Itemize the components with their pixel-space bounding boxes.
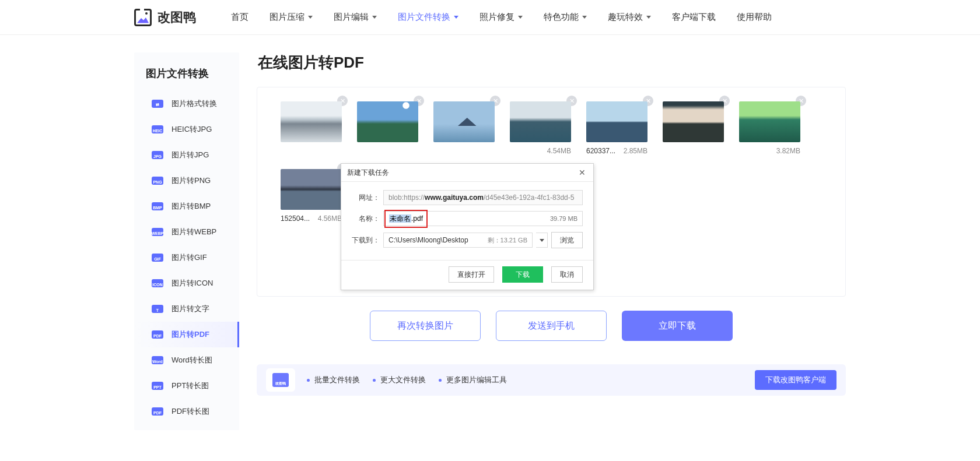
thumbnail-meta: 4.54MB [510, 147, 571, 155]
thumbnail-image[interactable] [510, 101, 571, 142]
download-client-button[interactable]: 下载改图鸭客户端 [755, 370, 836, 390]
dot-icon [373, 379, 376, 382]
promo-feature: 更大文件转换 [373, 375, 426, 385]
download-dialog: 新建下载任务 ✕ 网址： blob:https://www.gaituya.co… [341, 163, 594, 290]
sidebar-item-label: 图片格式转换 [172, 98, 217, 109]
download-now-button[interactable]: 立即下载 [622, 311, 733, 341]
sidebar-item-label: 图片转PNG [172, 175, 211, 186]
brand-logo[interactable]: 改图鸭 [134, 9, 196, 26]
thumbnail-meta: 152504...4.56MB [281, 214, 342, 223]
sidebar-item-label: 图片转WEBP [172, 227, 216, 237]
thumbnail-meta: 620337...2.85MB [586, 147, 648, 155]
chevron-down-icon [454, 16, 459, 19]
nav-item-1[interactable]: 图片压缩 [270, 12, 313, 23]
sidebar-icon [152, 356, 163, 364]
dest-label: 下载到： [352, 235, 380, 245]
thumbnail-image[interactable] [433, 101, 495, 142]
nav-item-8[interactable]: 使用帮助 [737, 12, 772, 23]
nav-item-4[interactable]: 照片修复 [480, 12, 523, 23]
url-field[interactable]: blob:https://www.gaituya.com/d45e43e6-19… [383, 190, 583, 205]
thumbnail-image[interactable] [739, 101, 800, 142]
sidebar-item-3[interactable]: 图片转PNG [134, 168, 239, 193]
sidebar-item-6[interactable]: 图片转GIF [134, 245, 239, 270]
sidebar-item-8[interactable]: 图片转文字 [134, 296, 239, 322]
thumbnail: ✕152504...4.56MB [281, 169, 342, 223]
sidebar-item-label: 图片转文字 [172, 304, 209, 314]
thumbnail: ✕ [281, 101, 342, 155]
sidebar-item-9[interactable]: 图片转PDF [134, 322, 239, 347]
dest-path-field[interactable]: C:\Users\Mloong\Desktop 剩：13.21 GB [383, 233, 533, 248]
nav-item-7[interactable]: 客户端下载 [672, 12, 716, 23]
sidebar-item-label: 图片转PDF [172, 329, 209, 340]
sidebar-item-label: Word转长图 [172, 355, 212, 365]
thumbnail-image[interactable] [586, 101, 648, 142]
sidebar-item-7[interactable]: 图片转ICON [134, 270, 239, 296]
disk-remaining: 剩：13.21 GB [488, 236, 527, 245]
thumbnail-image[interactable] [281, 101, 342, 142]
send-to-phone-button[interactable]: 发送到手机 [496, 311, 607, 341]
dialog-cancel-button[interactable]: 取消 [551, 266, 583, 283]
sidebar-icon [152, 202, 163, 210]
sidebar-icon [152, 330, 163, 339]
sidebar-icon [152, 228, 163, 236]
sidebar-icon [152, 407, 163, 416]
logo-icon [134, 9, 152, 26]
sidebar-item-5[interactable]: 图片转WEBP [134, 219, 239, 245]
sidebar-item-11[interactable]: PPT转长图 [134, 373, 239, 399]
sidebar-item-label: 图片转BMP [172, 201, 211, 212]
sidebar-item-12[interactable]: PDF转长图 [134, 399, 239, 424]
dialog-title: 新建下载任务 [347, 168, 389, 178]
sidebar-item-1[interactable]: HEIC转JPG [134, 117, 239, 142]
sidebar-icon [152, 382, 163, 390]
sidebar-item-label: 图片转ICON [172, 278, 214, 288]
filesize-label: 39.79 MB [550, 215, 578, 222]
thumbnail-image[interactable] [357, 101, 418, 142]
sidebar-item-2[interactable]: 图片转JPG [134, 142, 239, 168]
nav-item-0[interactable]: 首页 [231, 12, 249, 23]
nav-item-6[interactable]: 趣玩特效 [608, 12, 651, 23]
convert-again-button[interactable]: 再次转换图片 [370, 311, 481, 341]
chevron-down-icon [582, 16, 587, 19]
sidebar: 图片文件转换 图片格式转换HEIC转JPG图片转JPG图片转PNG图片转BMP图… [134, 52, 239, 430]
sidebar-item-0[interactable]: 图片格式转换 [134, 91, 239, 117]
sidebar-icon [152, 125, 163, 133]
nav-item-2[interactable]: 图片编辑 [334, 12, 377, 23]
dialog-download-button[interactable]: 下载 [502, 266, 543, 283]
dialog-close-icon[interactable]: ✕ [577, 167, 587, 178]
sidebar-item-4[interactable]: 图片转BMP [134, 193, 239, 219]
name-label: 名称： [352, 214, 380, 224]
page-title: 在线图片转PDF [258, 52, 846, 73]
chevron-down-icon [372, 16, 377, 19]
open-directly-button[interactable]: 直接打开 [449, 266, 494, 283]
dest-path: C:\Users\Mloong\Desktop [388, 236, 468, 244]
sidebar-title: 图片文件转换 [134, 64, 239, 91]
dest-dropdown-button[interactable] [536, 233, 548, 248]
thumbnail-image[interactable] [663, 101, 724, 142]
thumbnail-meta: 3.82MB [739, 147, 800, 155]
brand-name: 改图鸭 [158, 9, 196, 26]
filename-stem: 未命名 [389, 214, 411, 223]
chevron-down-icon [646, 16, 651, 19]
browse-button[interactable]: 浏览 [551, 232, 583, 248]
chevron-down-icon [540, 239, 544, 242]
sidebar-item-label: 图片转GIF [172, 252, 207, 263]
dot-icon [439, 379, 442, 382]
sidebar-item-label: 图片转JPG [172, 150, 209, 160]
thumbnail: ✕ [663, 101, 724, 155]
chevron-down-icon [518, 16, 523, 19]
sidebar-item-10[interactable]: Word转长图 [134, 347, 239, 373]
filename-field[interactable]: 未命名.pdf 39.79 MB [383, 211, 583, 226]
sidebar-item-label: HEIC转JPG [172, 124, 212, 135]
thumbnail-image[interactable] [281, 169, 342, 210]
filename-highlight-box: 未命名.pdf [384, 210, 428, 228]
thumbnail: ✕4.54MB [510, 101, 571, 155]
filename-ext: .pdf [411, 214, 423, 223]
thumbnail: ✕ [433, 101, 495, 155]
nav-item-3[interactable]: 图片文件转换 [398, 12, 459, 23]
sidebar-item-label: PPT转长图 [172, 381, 209, 391]
promo-feature: 批量文件转换 [307, 375, 360, 385]
url-label: 网址： [352, 193, 380, 203]
nav-item-5[interactable]: 特色功能 [544, 12, 587, 23]
sidebar-icon [152, 177, 163, 185]
promo-feature: 更多图片编辑工具 [439, 375, 507, 385]
